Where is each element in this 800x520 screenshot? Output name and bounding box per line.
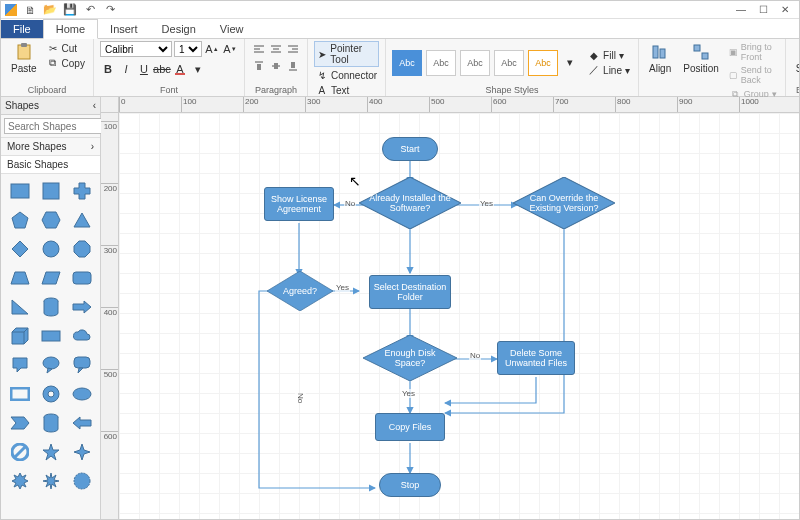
align-right-button[interactable] (285, 41, 301, 57)
align-center-button[interactable] (268, 41, 284, 57)
qat-redo[interactable]: ↷ (103, 3, 117, 17)
send-back-button[interactable]: ▢Send to Back (727, 64, 779, 86)
shape-callout1[interactable] (6, 352, 34, 378)
align-top-button[interactable] (251, 58, 267, 74)
node-agreed[interactable]: Agreed? (267, 271, 333, 311)
shape-square[interactable] (37, 178, 65, 204)
align-button[interactable]: Align (645, 41, 675, 76)
tab-file[interactable]: File (1, 20, 43, 38)
position-button[interactable]: Position (679, 41, 723, 76)
grow-font-button[interactable]: A▲ (204, 41, 220, 57)
style-swatch[interactable]: Abc (426, 50, 456, 76)
node-license[interactable]: Show License Agreement (264, 187, 334, 221)
shape-arrow-left[interactable] (68, 410, 96, 436)
window-close[interactable]: ✕ (775, 3, 795, 17)
node-copy[interactable]: Copy Files (375, 413, 445, 441)
node-diskspace[interactable]: Enough Disk Space? (363, 335, 457, 381)
shape-chevron[interactable] (6, 410, 34, 436)
style-swatch[interactable]: Abc (460, 50, 490, 76)
shape-seal[interactable] (68, 468, 96, 494)
window-maximize[interactable]: ☐ (753, 3, 773, 17)
connector-tool-button[interactable]: ↯Connector (314, 68, 379, 82)
tab-design[interactable]: Design (150, 20, 208, 38)
node-delete[interactable]: Delete Some Unwanted Files (497, 341, 575, 375)
underline-button[interactable]: U (136, 61, 152, 77)
edge-label: Yes (335, 283, 350, 292)
node-override[interactable]: Can Override the Existing Version? (513, 177, 615, 229)
style-swatch[interactable]: Abc (494, 50, 524, 76)
shrink-font-button[interactable]: A▼ (222, 41, 238, 57)
shape-ellipse[interactable] (68, 381, 96, 407)
drawing-canvas[interactable]: Start Show License Agreement Already Ins… (119, 113, 799, 520)
shape-arrow-right[interactable] (68, 294, 96, 320)
shape-donut[interactable] (37, 381, 65, 407)
shape-diamond[interactable] (6, 236, 34, 262)
tab-insert[interactable]: Insert (98, 20, 150, 38)
tab-view[interactable]: View (208, 20, 256, 38)
shape-pentagon[interactable] (6, 207, 34, 233)
ribbon-tabs: File Home Insert Design View (1, 19, 799, 39)
window-minimize[interactable]: — (731, 3, 751, 17)
shape-star8[interactable] (37, 468, 65, 494)
shape-circle[interactable] (37, 236, 65, 262)
qat-undo[interactable]: ↶ (83, 3, 97, 17)
copy-button[interactable]: ⧉Copy (45, 56, 87, 70)
shape-rect[interactable] (6, 178, 34, 204)
tab-home[interactable]: Home (43, 19, 98, 39)
font-name-select[interactable]: Calibri (100, 41, 172, 57)
chevron-down-icon: ▾ (619, 50, 624, 61)
style-swatch[interactable]: Abc (392, 50, 422, 76)
shape-cylinder2[interactable] (37, 410, 65, 436)
select-button[interactable]: Select (792, 41, 800, 76)
shape-trapezoid[interactable] (6, 265, 34, 291)
bring-front-button[interactable]: ▣Bring to Front (727, 41, 779, 63)
shape-star4[interactable] (68, 439, 96, 465)
shape-no-entry[interactable] (6, 439, 34, 465)
shape-cloud[interactable] (68, 323, 96, 349)
paste-button[interactable]: Paste (7, 41, 41, 76)
shape-triangle[interactable] (68, 207, 96, 233)
shape-roundrect[interactable] (68, 265, 96, 291)
align-bottom-button[interactable] (285, 58, 301, 74)
bold-button[interactable]: B (100, 61, 116, 77)
align-left-button[interactable] (251, 41, 267, 57)
strike-button[interactable]: abc (154, 61, 170, 77)
shape-frame[interactable] (6, 381, 34, 407)
shape-cylinder[interactable] (37, 294, 65, 320)
node-stop[interactable]: Stop (379, 473, 441, 497)
line-icon: ／ (588, 64, 600, 76)
basic-shapes-row[interactable]: Basic Shapes (1, 156, 100, 174)
collapse-icon[interactable]: ‹ (93, 100, 96, 111)
italic-button[interactable]: I (118, 61, 134, 77)
style-swatch[interactable]: Abc (528, 50, 558, 76)
font-color-button[interactable]: A (172, 61, 188, 77)
shape-star5[interactable] (37, 439, 65, 465)
shape-right-triangle[interactable] (6, 294, 34, 320)
chevron-down-icon[interactable]: ▾ (190, 61, 206, 77)
cut-button[interactable]: ✂Cut (45, 41, 87, 55)
shape-callout2[interactable] (37, 352, 65, 378)
shape-octagon[interactable] (68, 236, 96, 262)
fill-button[interactable]: ◆Fill▾ (586, 48, 632, 62)
shape-cube[interactable] (6, 323, 34, 349)
qat-new[interactable]: 🗎 (23, 3, 37, 17)
text-tool-button[interactable]: AText (314, 83, 379, 97)
qat-save[interactable]: 💾 (63, 3, 77, 17)
shape-burst[interactable] (6, 468, 34, 494)
align-middle-button[interactable] (268, 58, 284, 74)
shape-callout3[interactable] (68, 352, 96, 378)
text-icon: A (316, 84, 328, 96)
shape-parallelogram[interactable] (37, 265, 65, 291)
shape-rect2[interactable] (37, 323, 65, 349)
shape-plus[interactable] (68, 178, 96, 204)
node-installed[interactable]: Already Installed the Software? (359, 177, 461, 229)
line-button[interactable]: ／Line▾ (586, 63, 632, 77)
qat-open[interactable]: 📂 (43, 3, 57, 17)
styles-more-button[interactable]: ▾ (562, 55, 578, 71)
node-selectdest[interactable]: Select Destination Folder (369, 275, 451, 309)
shape-hexagon[interactable] (37, 207, 65, 233)
font-size-select[interactable]: 12 (174, 41, 202, 57)
node-start[interactable]: Start (382, 137, 438, 161)
pointer-tool-button[interactable]: ➤Pointer Tool (314, 41, 379, 67)
more-shapes-row[interactable]: More Shapes› (1, 138, 100, 156)
